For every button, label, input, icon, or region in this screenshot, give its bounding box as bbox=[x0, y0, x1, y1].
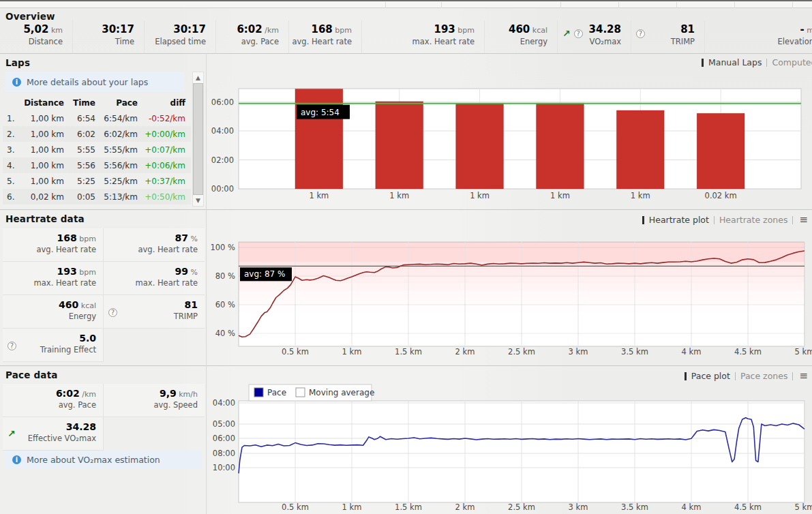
table-row: 6.0,02 km0:055:13/km+0:50/km bbox=[3, 189, 191, 205]
stat-value-line: 193 bpm bbox=[362, 23, 475, 35]
pace-plot[interactable]: 04:0005:0006:0008:0010:000.5 km1 km1.5 k… bbox=[207, 379, 812, 514]
stat-value-line: 30:17 bbox=[145, 23, 206, 35]
scroll-down-icon[interactable]: ▼ bbox=[193, 195, 203, 206]
tab-manual-laps[interactable]: Manual Laps bbox=[708, 57, 762, 67]
svg-text:1.5 km: 1.5 km bbox=[395, 502, 422, 512]
stat-avg-heart-rate: 168 bpmavg. Heart rate bbox=[3, 228, 104, 262]
laps-scrollbar[interactable]: ▲ ▼ bbox=[192, 72, 204, 207]
help-icon[interactable]: ? bbox=[108, 308, 117, 317]
stat-label: Training Effect bbox=[3, 345, 96, 354]
lap-number: 4. bbox=[3, 161, 20, 170]
lap-distance: 0,02 km bbox=[20, 192, 68, 202]
svg-text:2.5 km: 2.5 km bbox=[508, 347, 535, 357]
help-icon[interactable]: ? bbox=[574, 29, 583, 38]
svg-text:1 km: 1 km bbox=[550, 191, 570, 200]
lap-number: 5. bbox=[3, 177, 20, 186]
stat-value-line: 5,02 km bbox=[0, 23, 63, 35]
tab-computed-laps[interactable]: Computed Laps bbox=[772, 57, 812, 67]
vo2max-info-link[interactable]: i More about VO₂max estimation bbox=[5, 451, 202, 469]
stat-row: 6:02 /kmavg. Pace9,9 km/havg. Speed bbox=[3, 384, 205, 417]
tab-heartrate-plot[interactable]: Heartrate plot bbox=[649, 215, 709, 225]
lap-bar[interactable] bbox=[697, 113, 745, 189]
svg-text:3.5 km: 3.5 km bbox=[621, 502, 648, 512]
laps-bar-chart[interactable]: avg: 5:5400:0002:0004:0006:001 km1 km1 k… bbox=[207, 70, 812, 207]
svg-text:Pace: Pace bbox=[267, 388, 286, 397]
svg-text:04:00: 04:00 bbox=[213, 398, 235, 408]
stat-avg-heart-rate: 87 %avg. Heart rate bbox=[104, 228, 205, 262]
stat-value-line: 168 bpm bbox=[289, 23, 352, 35]
col-time: Time bbox=[68, 98, 100, 108]
svg-text:2 km: 2 km bbox=[455, 347, 475, 357]
overview-stat-vo-max: ↗?34.28VO₂max bbox=[557, 20, 631, 53]
svg-text:10:00: 10:00 bbox=[213, 463, 235, 472]
svg-text:1 km: 1 km bbox=[309, 191, 329, 200]
svg-text:06:00: 06:00 bbox=[211, 97, 234, 107]
help-icon[interactable]: ? bbox=[636, 29, 645, 38]
stat-max-heart-rate: 193 bpmmax. Heart rate bbox=[3, 262, 104, 295]
lap-number: 6. bbox=[3, 192, 20, 202]
lap-distance: 1,00 km bbox=[20, 130, 68, 139]
heartrate-plot[interactable]: avg: 87 %40 %60 %80 %100 %0.5 km1 km1.5 … bbox=[207, 230, 812, 363]
svg-text:4 km: 4 km bbox=[682, 502, 702, 512]
stat-label: TRIMP bbox=[631, 37, 695, 46]
lap-pace: 6:02/km bbox=[100, 130, 142, 139]
stat-value: 168 bbox=[312, 23, 333, 35]
overview-stat-max-heart-rate: 193 bpmmax. Heart rate bbox=[361, 20, 484, 53]
menu-icon[interactable]: ≡ bbox=[799, 213, 808, 226]
section-title-pace: Pace data bbox=[5, 369, 58, 380]
stat-value-line: - m bbox=[705, 23, 812, 35]
trend-up-icon: ↗ bbox=[562, 29, 571, 38]
stat-label: Elapsed time bbox=[145, 37, 206, 46]
stat-value: 168 bbox=[57, 232, 77, 243]
svg-text:3 km: 3 km bbox=[569, 502, 588, 512]
help-icon[interactable]: ? bbox=[7, 342, 16, 350]
svg-text:4 km: 4 km bbox=[682, 347, 702, 357]
svg-text:4.5 km: 4.5 km bbox=[734, 502, 762, 512]
lap-bar[interactable] bbox=[376, 102, 423, 189]
lap-bar[interactable] bbox=[456, 103, 504, 189]
col-diff: diff bbox=[142, 98, 190, 108]
scroll-up-icon[interactable]: ▲ bbox=[193, 72, 203, 83]
stat-value: 34.28 bbox=[589, 23, 621, 35]
stat-unit: bpm bbox=[77, 235, 96, 243]
lap-bar[interactable] bbox=[536, 103, 584, 189]
lap-pace: 5:25/km bbox=[100, 177, 142, 186]
stat-value: 193 bbox=[434, 23, 455, 35]
stat-label: max. Heart rate bbox=[104, 278, 198, 288]
svg-text:1.5 km: 1.5 km bbox=[395, 347, 422, 357]
stat-unit: m bbox=[805, 26, 812, 35]
table-row: 4.1,00 km5:565:56/km+0:06/km bbox=[3, 157, 191, 173]
stat-unit: bpm bbox=[333, 26, 352, 35]
lap-pace: 5:56/km bbox=[100, 161, 142, 170]
pace-stats: 6:02 /kmavg. Pace9,9 km/havg. Speed↗34.2… bbox=[3, 384, 205, 451]
stat-cell-icon: ? bbox=[7, 341, 16, 350]
svg-text:80 %: 80 % bbox=[215, 271, 235, 281]
tab-heartrate-zones[interactable]: Heartrate zones bbox=[719, 215, 788, 225]
stat-unit: % bbox=[188, 235, 198, 243]
heartrate-view-tabs: Heartrate plotHeartrate zones≡ bbox=[637, 213, 808, 226]
lap-time: 5:56 bbox=[68, 161, 100, 170]
stat-value: 5.0 bbox=[79, 333, 96, 344]
svg-text:1 km: 1 km bbox=[389, 191, 409, 200]
lap-diff: +0:06/km bbox=[142, 161, 190, 170]
stat-value-line: 5.0 bbox=[3, 333, 96, 344]
divider bbox=[734, 2, 735, 8]
svg-text:0.02 km: 0.02 km bbox=[705, 191, 737, 200]
laps-info-link[interactable]: i More details about your laps bbox=[5, 72, 184, 92]
stat-label: max. Heart rate bbox=[3, 278, 96, 288]
activity-analysis-page: { "topstrip": { "dividers": [565, 647, 8… bbox=[0, 0, 812, 514]
stat-value: 193 bbox=[57, 266, 77, 277]
lap-distance: 1,00 km bbox=[20, 114, 68, 123]
svg-text:5 km: 5 km bbox=[795, 502, 812, 512]
stat-label: avg. Pace bbox=[216, 37, 279, 46]
scrollbar-thumb[interactable] bbox=[193, 83, 203, 195]
stat-label: Energy bbox=[3, 312, 96, 321]
lap-bar[interactable] bbox=[616, 110, 664, 189]
stat-row: 460 kcalEnergy?81TRIMP bbox=[3, 295, 205, 329]
stat-unit: /km bbox=[262, 26, 279, 35]
tab-separator bbox=[714, 216, 715, 224]
stat-row: 193 bpmmax. Heart rate99 %max. Heart rat… bbox=[3, 262, 205, 295]
laps-table: DistanceTimePacediff1.1,00 km6:546:54/km… bbox=[3, 95, 191, 205]
stat-label: avg. Heart rate bbox=[289, 37, 352, 46]
pace-legend-swatch bbox=[254, 388, 263, 397]
